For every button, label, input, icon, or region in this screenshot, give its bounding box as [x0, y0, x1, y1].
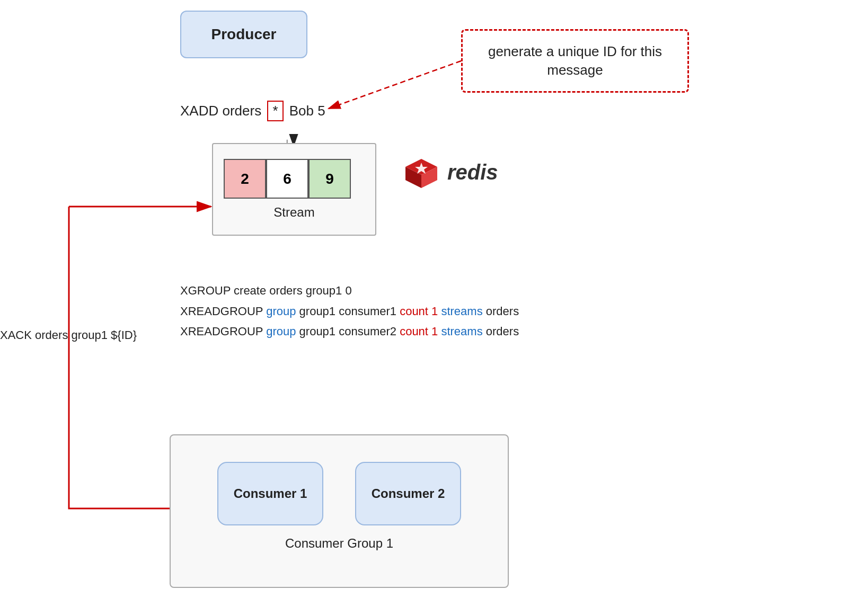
producer-label: Producer	[211, 26, 277, 43]
xadd-line: XADD orders * Bob 5	[180, 101, 325, 121]
consumer-group-label: Consumer Group 1	[285, 536, 393, 551]
cmd-line2: XREADGROUP group group1 consumer1 count …	[180, 301, 519, 322]
consumer1-box: Consumer 1	[217, 462, 323, 525]
annotation-box: generate a unique ID for this message	[461, 29, 689, 93]
consumers-row: Consumer 1 Consumer 2	[217, 462, 461, 525]
annotation-text: generate a unique ID for this message	[468, 42, 682, 79]
redis-icon	[403, 156, 440, 188]
cmd-line3: XREADGROUP group group1 consumer2 count …	[180, 322, 519, 342]
xack-command: XACK orders group1 ${ID}	[0, 328, 137, 342]
consumer2-box: Consumer 2	[355, 462, 461, 525]
consumer-group-box: Consumer 1 Consumer 2 Consumer Group 1	[170, 434, 509, 588]
redis-label: redis	[447, 160, 498, 184]
xadd-star: *	[267, 101, 283, 121]
cmd-line1: XGROUP create orders group1 0	[180, 281, 519, 301]
stream-cell-3: 9	[308, 159, 351, 199]
stream-cell-1: 2	[224, 159, 266, 199]
stream-label: Stream	[213, 205, 375, 220]
diagram: Producer generate a unique ID for this m…	[0, 0, 848, 616]
stream-cells: 2 6 9	[224, 159, 365, 199]
consumer1-label: Consumer 1	[234, 486, 307, 501]
xadd-suffix: Bob 5	[289, 103, 325, 119]
svg-line-0	[329, 61, 461, 109]
stream-cell-2: 6	[266, 159, 308, 199]
redis-area: redis	[403, 156, 498, 188]
commands-area: XGROUP create orders group1 0 XREADGROUP…	[180, 281, 519, 342]
xadd-prefix: XADD orders	[180, 103, 261, 119]
stream-container: 2 6 9 Stream	[212, 143, 376, 236]
producer-box: Producer	[180, 11, 307, 58]
consumer2-label: Consumer 2	[372, 486, 445, 501]
